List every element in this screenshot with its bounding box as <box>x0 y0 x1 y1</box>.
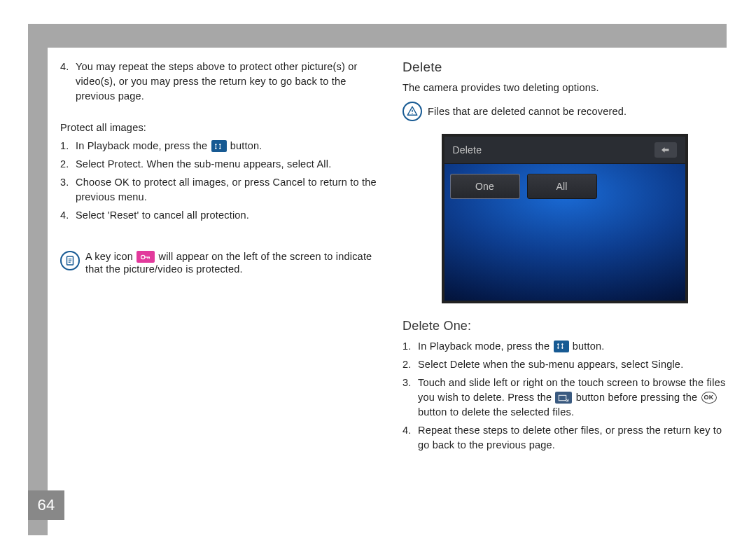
camera-body: One All <box>444 164 685 209</box>
delete-one-steps: In Playback mode, press the button. Sele… <box>402 339 727 453</box>
note-text: A key icon will appear on the left of th… <box>85 251 384 275</box>
protect-step-4: Select 'Reset' to cancel all protection. <box>60 208 384 223</box>
note-icon <box>60 251 80 270</box>
camera-header: Delete <box>444 137 685 164</box>
svg-rect-10 <box>559 395 567 401</box>
page-number: 64 <box>28 490 64 520</box>
protect-step-2: Select Protect. When the sub-menu appear… <box>60 157 384 172</box>
key-icon <box>136 251 155 263</box>
svg-point-4 <box>141 255 145 259</box>
protect-step-3: Choose OK to protect all images, or pres… <box>60 175 384 205</box>
delete-intro: The camera provides two deleting options… <box>402 81 727 95</box>
delete-step-2: Select Delete when the sub-menu appears,… <box>402 357 727 372</box>
camera-title: Delete <box>453 144 482 156</box>
step-4-repeat: You may repeat the steps above to protec… <box>60 60 384 104</box>
ok-icon: OK <box>701 392 717 404</box>
page-border-top <box>28 24 727 48</box>
column-right: Delete The camera provides two deleting … <box>402 60 727 456</box>
warning-icon <box>402 102 422 121</box>
delete-step-1: In Playback mode, press the button. <box>402 339 727 354</box>
protect-all-steps: In Playback mode, press the button. Sele… <box>60 139 384 223</box>
page-content: You may repeat the steps above to protec… <box>60 60 727 456</box>
page-border-left <box>28 24 48 535</box>
delete-heading: Delete <box>402 60 727 75</box>
svg-point-9 <box>412 114 413 115</box>
protect-steps-continued: You may repeat the steps above to protec… <box>60 60 384 104</box>
warning-text: Files that are deleted cannot be recover… <box>428 106 626 117</box>
camera-button-all: All <box>527 174 597 199</box>
back-icon <box>654 142 677 158</box>
warning-row: Files that are deleted cannot be recover… <box>402 102 727 121</box>
protect-step-1: In Playback mode, press the button. <box>60 139 384 153</box>
camera-button-one: One <box>450 174 520 199</box>
protect-all-label: Protect all images: <box>60 121 384 135</box>
tools-icon <box>211 140 227 152</box>
note-row: A key icon will appear on the left of th… <box>60 251 384 275</box>
delete-one-heading: Delete One: <box>402 319 727 334</box>
delete-step-4: Repeat these steps to delete other files… <box>402 423 727 453</box>
select-icon <box>555 392 572 404</box>
column-left: You may repeat the steps above to protec… <box>60 60 384 456</box>
camera-screenshot: Delete One All <box>442 134 688 303</box>
delete-step-3: Touch and slide left or right on the tou… <box>402 376 727 420</box>
tools-icon <box>554 341 569 352</box>
